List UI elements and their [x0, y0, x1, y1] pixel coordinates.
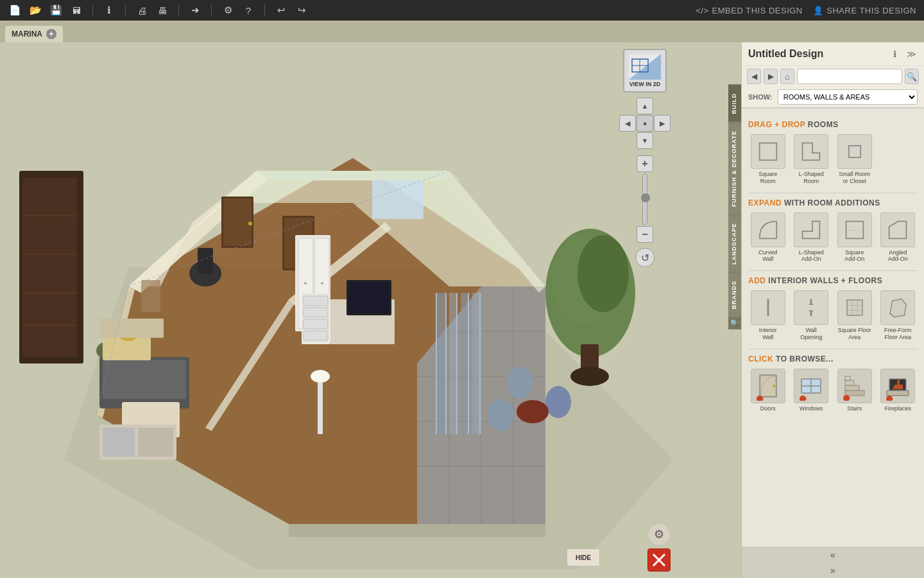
interior-heading: ADD INTERIOR WALLS + FLOORS: [748, 276, 918, 285]
zoom-out-button[interactable]: −: [637, 226, 653, 243]
embed-button[interactable]: </> EMBED THIS DESIGN: [696, 6, 802, 15]
nav-up-button[interactable]: ▲: [637, 98, 653, 114]
panel-content: DRAG + DROP ROOMS SquareRoom: [742, 109, 924, 547]
stairs-label: Stairs: [847, 405, 862, 412]
doors-icon: [751, 369, 785, 403]
vtab-build[interactable]: BUILD: [728, 85, 741, 122]
view-controls: VIEW IN 2D ▲ ◀ ● ▶ ▼ + − ↺: [619, 49, 671, 267]
svg-point-29: [321, 282, 323, 285]
divider3: [748, 349, 918, 349]
square-addon-label: SquareAdd-On: [844, 249, 864, 263]
panel-expand-down-button[interactable]: »: [742, 563, 924, 578]
tab-marina[interactable]: MARINA +: [5, 26, 63, 42]
panel-collapse-button[interactable]: ≫: [905, 48, 918, 60]
search-tab-icon[interactable]: 🔍: [728, 317, 741, 329]
interior-wall-icon: [751, 290, 785, 325]
rooms-grid: SquareRoom L-ShapedRoom: [748, 134, 918, 185]
undo-button[interactable]: ↩: [274, 3, 288, 17]
svg-rect-46: [138, 428, 173, 457]
settings-circle-button[interactable]: ⚙: [647, 523, 671, 546]
vtab-landscape[interactable]: LANDSCAPE: [728, 215, 741, 272]
square-room-icon: [751, 134, 785, 169]
share-button[interactable]: 👤 SHARE THIS DESIGN: [813, 6, 916, 15]
curved-wall-label: CurvedWall: [758, 249, 777, 263]
curved-wall-item[interactable]: CurvedWall: [748, 213, 788, 263]
windows-item[interactable]: Windows: [792, 369, 832, 412]
svg-marker-72: [289, 524, 545, 537]
nav-down-button[interactable]: ▼: [637, 132, 653, 149]
zoom-thumb[interactable]: [641, 193, 650, 202]
zoom-in-button[interactable]: +: [637, 155, 653, 172]
hide-toggle-button[interactable]: [647, 548, 671, 572]
print2-icon[interactable]: 🖶: [155, 3, 169, 17]
square-addon-item[interactable]: SquareAdd-On: [835, 213, 875, 263]
small-room-item[interactable]: Small Roomor Closet: [835, 134, 875, 185]
expand-heading: EXPAND WITH ROOM ADDITIONS: [748, 198, 918, 207]
open-file-icon[interactable]: 📂: [28, 3, 42, 17]
freeform-floor-label: Free-FormFloor Area: [884, 327, 912, 341]
sep4: [211, 4, 212, 16]
angled-addon-item[interactable]: AngledAdd-On: [878, 213, 918, 263]
panel-search-input[interactable]: [797, 69, 902, 84]
panel-back-button[interactable]: ◀: [747, 69, 761, 84]
wall-opening-item[interactable]: WallOpening: [792, 290, 832, 341]
hide-button[interactable]: HIDE: [567, 548, 600, 566]
toolbar-right: </> EMBED THIS DESIGN 👤 SHARE THIS DESIG…: [696, 6, 916, 15]
save-as-icon[interactable]: 🖬: [69, 3, 83, 17]
svg-rect-37: [304, 331, 328, 340]
view2d-label: VIEW IN 2D: [629, 81, 661, 87]
settings-icon[interactable]: ⚙: [221, 3, 235, 17]
drag-drop-rest: ROOMS: [808, 120, 839, 129]
lshaped-room-icon: [794, 134, 828, 169]
interior-kw: ADD: [748, 276, 766, 285]
divider2: [748, 270, 918, 271]
nav-left-button[interactable]: ◀: [619, 115, 636, 132]
panel-info-button[interactable]: ℹ: [888, 48, 901, 60]
view-2d-icon: [629, 54, 661, 80]
nav-center-button[interactable]: ●: [637, 115, 653, 132]
show-label: SHOW:: [748, 93, 773, 101]
vtab-furnish[interactable]: FURNISH & DECORATE: [728, 122, 741, 215]
nav-right-button[interactable]: ▶: [654, 115, 671, 132]
curved-wall-icon: [751, 213, 785, 247]
square-floor-item[interactable]: Square FloorArea: [835, 290, 875, 341]
panel-home-button[interactable]: ⌂: [780, 69, 794, 84]
print-icon[interactable]: 🖨: [135, 3, 149, 17]
lshaped-room-item[interactable]: L-ShapedRoom: [792, 134, 832, 185]
panel-search-button[interactable]: 🔍: [905, 69, 919, 84]
svg-marker-107: [890, 299, 906, 317]
svg-rect-41: [103, 360, 186, 399]
add-tab-button[interactable]: +: [46, 29, 56, 39]
help-icon[interactable]: ?: [241, 3, 255, 17]
show-select[interactable]: ROOMS, WALLS & AREAS: [778, 89, 918, 105]
zoom-controls: + −: [637, 155, 653, 243]
export-icon[interactable]: ➜: [188, 3, 202, 17]
show-row: SHOW: ROOMS, WALLS & AREAS: [742, 87, 924, 108]
hide-icon: [652, 553, 666, 567]
save-icon[interactable]: 💾: [49, 3, 63, 17]
info-icon[interactable]: ℹ: [102, 3, 116, 17]
toolbar: 📄 📂 💾 🖬 ℹ 🖨 🖶 ➜ ⚙ ? ↩ ↪ </> EMBED THIS D…: [0, 0, 924, 21]
lshaped-addon-label: L-ShapedAdd-On: [799, 249, 824, 263]
vtab-brands[interactable]: BRANDS: [728, 272, 741, 317]
redo-button[interactable]: ↪: [295, 3, 309, 17]
square-room-item[interactable]: SquareRoom: [748, 134, 788, 185]
canvas-area[interactable]: VIEW IN 2D ▲ ◀ ● ▶ ▼ + − ↺: [0, 42, 741, 578]
freeform-floor-item[interactable]: Free-FormFloor Area: [878, 290, 918, 341]
view-2d-button[interactable]: VIEW IN 2D: [623, 49, 667, 92]
new-file-icon[interactable]: 📄: [8, 3, 22, 17]
fireplaces-item[interactable]: Fireplaces: [878, 369, 918, 412]
share-label: SHARE THIS DESIGN: [826, 6, 916, 15]
zoom-track[interactable]: [642, 173, 647, 225]
lshaped-addon-item[interactable]: L-ShapedAdd-On: [792, 213, 832, 263]
panel-forward-button[interactable]: ▶: [764, 69, 778, 84]
svg-marker-96: [889, 221, 907, 238]
stairs-item[interactable]: Stairs: [835, 369, 875, 412]
rotate-button[interactable]: ↺: [635, 248, 654, 267]
tabbar: MARINA +: [0, 21, 924, 42]
panel-collapse-up-button[interactable]: «: [742, 547, 924, 563]
tab-name: MARINA: [12, 30, 42, 39]
doors-item[interactable]: Doors: [748, 369, 788, 412]
interior-wall-item[interactable]: InteriorWall: [748, 290, 788, 341]
additions-grid: CurvedWall L-ShapedAdd-On: [748, 213, 918, 263]
